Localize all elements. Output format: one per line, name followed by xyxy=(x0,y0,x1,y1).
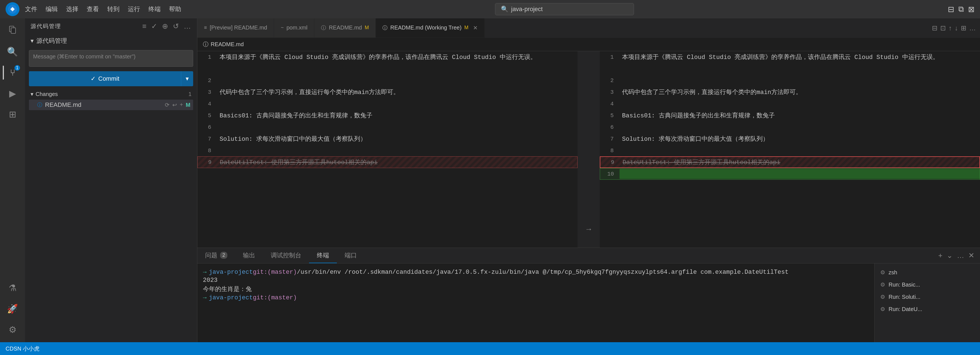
tab-readme-md[interactable]: ⓘ README.md M xyxy=(314,18,376,38)
status-bar-left: CDSN 小小虎 xyxy=(6,345,40,352)
commit-dropdown-button[interactable]: ▾ xyxy=(181,71,193,86)
split-icon[interactable]: ⧉ xyxy=(958,5,964,14)
changes-count: 1 xyxy=(188,91,191,98)
changed-file-item[interactable]: ⓘ README.md ⟳ ↩ + M xyxy=(29,99,193,110)
menu-file[interactable]: 文件 xyxy=(25,5,37,13)
add-terminal-icon[interactable]: + xyxy=(938,251,942,260)
diff-removed-right-line: 9 DateUtilTest: 使用第三方开源工具hutool相关的api xyxy=(600,156,980,168)
file-discard-icon[interactable]: ⟳ xyxy=(165,102,170,108)
readme-icon: ⓘ xyxy=(321,24,326,31)
menu-run[interactable]: 运行 xyxy=(128,5,140,13)
sidebar-globe-icon[interactable]: ⊕ xyxy=(162,22,169,30)
editor-area: ≡ [Preview] README.md ~ pom.xml ⓘ README… xyxy=(197,18,980,342)
problems-label: 问题 xyxy=(205,251,217,259)
diff-left-content[interactable]: 1 本项目来源于《腾讯云 Cloud Studio 亮成训练营》的孪养作品，该作… xyxy=(197,51,578,248)
menu-edit[interactable]: 编辑 xyxy=(46,5,58,13)
chevron-down-icon: ▾ xyxy=(186,75,189,82)
menu-terminal[interactable]: 终端 xyxy=(148,5,161,13)
diff-line: 1 本项目来源于《腾讯云 Cloud Studio 亮成训练营》的孪养作品，该作… xyxy=(197,51,578,63)
fullscreen-icon[interactable]: ⊠ xyxy=(968,5,974,14)
activity-search[interactable]: 🔍 xyxy=(3,42,22,61)
run-basic-gear-icon: ⚙ xyxy=(880,281,885,288)
panel-actions: + ⌄ … ✕ xyxy=(933,251,980,260)
commit-message-input[interactable]: Message (⌘Enter to commit on "master") xyxy=(29,50,193,67)
line-number: 7 xyxy=(600,136,619,142)
activity-extensions[interactable]: ⊞ xyxy=(3,105,22,124)
terminal-sidebar-run-basic-label: Run: Basic... xyxy=(889,281,920,288)
terminal-line: 今年的生肖是：兔 xyxy=(203,285,869,293)
more-actions-icon[interactable]: … xyxy=(969,24,976,32)
diff-line: 3 代码中包含了三个学习示例，直接运行每个类中的main方法即可。 xyxy=(197,86,578,98)
activity-explorer[interactable] xyxy=(3,21,22,41)
terminal-output: 2023 xyxy=(203,277,218,284)
panel-tab-problems[interactable]: 问题 2 xyxy=(197,248,235,263)
tab-preview-readme[interactable]: ≡ [Preview] README.md xyxy=(197,18,274,38)
terminal-sidebar-run-basic[interactable]: ⚙ Run: Basic... xyxy=(875,278,980,291)
line-number: 6 xyxy=(600,124,619,131)
panel-tab-terminal[interactable]: 终端 xyxy=(309,248,337,263)
menu-bar: 文件 编辑 选择 查看 转到 运行 终端 帮助 xyxy=(25,5,181,13)
diff-line: 5 Basics01: 古典问题接兔子的出生和生育规律，数兔子 xyxy=(600,110,980,121)
collapse-icon[interactable]: ⊞ xyxy=(961,24,966,32)
source-control-icon: ⑂ xyxy=(10,67,15,78)
sidebar-checkmark-icon[interactable]: ✓ xyxy=(151,22,158,30)
menu-view[interactable]: 查看 xyxy=(87,5,99,13)
panel-close-icon[interactable]: ✕ xyxy=(968,251,974,260)
tab-pom-xml[interactable]: ~ pom.xml xyxy=(274,18,314,38)
file-add-icon[interactable]: + xyxy=(180,102,183,108)
layout-icon[interactable]: ⊟ xyxy=(948,5,954,14)
diff-right-content[interactable]: 1 本项目来源于《腾讯云 Cloud Studio 亮成训练营》的孪养作品，该作… xyxy=(600,51,980,248)
panel-tab-bar: 问题 2 输出 调试控制台 终端 端口 + ⌄ … xyxy=(197,248,980,264)
line-number: 8 xyxy=(600,147,619,154)
split-editor-icon[interactable]: ⊟ xyxy=(932,24,937,32)
line-number: 1 xyxy=(197,54,217,60)
panel-tab-output[interactable]: 输出 xyxy=(235,248,263,263)
menu-select[interactable]: 选择 xyxy=(66,5,78,13)
commit-button[interactable]: ✓ Commit xyxy=(29,71,181,86)
scm-section-header[interactable]: ▾ 源代码管理 xyxy=(25,34,197,48)
extensions-icon: ⊞ xyxy=(9,109,16,120)
search-icon: 🔍 xyxy=(501,6,508,13)
menu-help[interactable]: 帮助 xyxy=(169,5,181,13)
panel-down-icon[interactable]: ⌄ xyxy=(947,251,953,260)
panel-tab-ports[interactable]: 端口 xyxy=(337,248,365,263)
terminal-sidebar-zsh[interactable]: ⚙ zsh xyxy=(875,266,980,278)
sidebar-refresh-icon[interactable]: ↺ xyxy=(173,22,180,30)
terminal-command: /usr/bin/env /root/.sdkman/candidates/ja… xyxy=(297,269,789,276)
tab-close-button[interactable]: ✕ xyxy=(473,24,478,31)
activity-settings[interactable]: ⚙ xyxy=(3,320,22,339)
changes-header[interactable]: ▾ Changes 1 xyxy=(29,88,193,99)
file-revert-icon[interactable]: ↩ xyxy=(172,102,177,108)
diff-line: 6 xyxy=(197,121,578,133)
file-status-badge: M xyxy=(186,102,190,108)
activity-run-debug[interactable]: ▶ xyxy=(3,84,22,103)
activity-deploy[interactable]: 🚀 xyxy=(3,299,22,318)
tab-readme-working-tree[interactable]: ⓘ README.md (Working Tree) M ✕ xyxy=(376,18,484,38)
sidebar-menu-icon[interactable]: ≡ xyxy=(142,22,147,30)
diff-line: 2 xyxy=(600,75,980,86)
scroll-up-icon[interactable]: ↑ xyxy=(948,24,952,32)
changes-label: Changes xyxy=(36,91,58,98)
activity-testing[interactable]: ⚗ xyxy=(3,278,22,298)
terminal-sidebar-run-soluti[interactable]: ⚙ Run: Soluti... xyxy=(875,291,980,303)
sidebar-more-icon[interactable]: … xyxy=(184,22,191,30)
diff-line: 4 xyxy=(197,98,578,110)
terminal-content[interactable]: → java-project git:(master) /usr/bin/env… xyxy=(197,264,874,342)
sidebar-title: 源代码管理 xyxy=(30,22,61,30)
terminal-sidebar-run-dateu[interactable]: ⚙ Run: DateU... xyxy=(875,303,980,315)
menu-goto[interactable]: 转到 xyxy=(107,5,119,13)
app-logo xyxy=(6,2,19,16)
tab-modified-badge: M xyxy=(365,25,369,30)
panel-more-icon[interactable]: … xyxy=(957,251,964,260)
activity-source-control[interactable]: ⑂ 1 xyxy=(3,63,22,82)
run-debug-icon: ▶ xyxy=(9,88,16,99)
terminal-git: git:(master) xyxy=(253,269,297,276)
line-number: 4 xyxy=(197,101,217,107)
line-content: 代码中包含了三个学习示例，直接运行每个类中的main方法即可。 xyxy=(619,88,980,96)
scroll-down-icon[interactable]: ↓ xyxy=(955,24,958,32)
panel-tab-debug-console[interactable]: 调试控制台 xyxy=(263,248,309,263)
search-box[interactable]: 🔍 java-project xyxy=(495,3,634,15)
diff-right-pane: 1 本项目来源于《腾讯云 Cloud Studio 亮成训练营》的孪养作品，该作… xyxy=(600,51,980,248)
terminal-line: 2023 xyxy=(203,277,869,284)
editor-layout-icon[interactable]: ⊡ xyxy=(940,24,946,32)
